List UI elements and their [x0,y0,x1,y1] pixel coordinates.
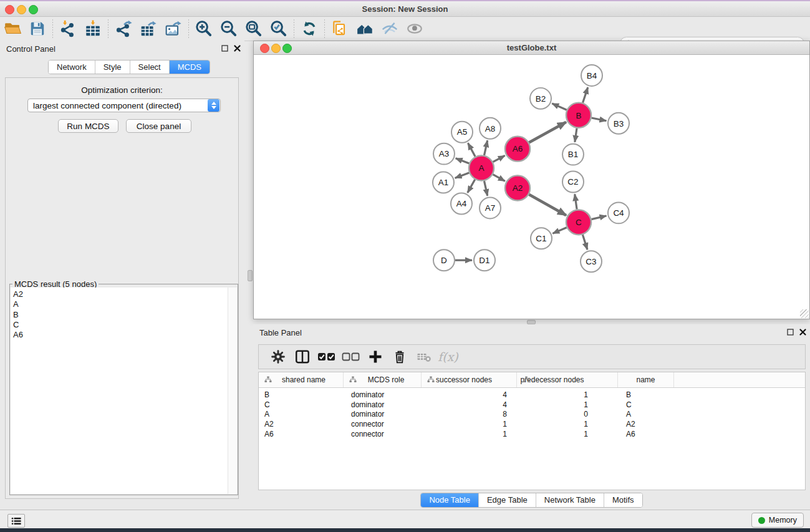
graph-edge[interactable] [493,155,505,162]
save-session-icon[interactable] [25,19,50,39]
graph-edge[interactable] [484,181,487,196]
hide-selected-icon[interactable] [377,19,402,39]
tab-edge-table[interactable]: Edge Table [479,493,536,507]
panel-menu-button[interactable] [7,514,25,528]
table-cell: dominator [344,390,422,399]
graph-edge[interactable] [552,228,566,234]
refresh-layout-icon[interactable] [297,19,322,39]
tab-network-table[interactable]: Network Table [536,493,604,507]
graph-edge[interactable] [468,180,475,193]
graph-edge[interactable] [591,216,606,220]
graph-edge[interactable] [575,194,577,209]
first-neighbors-icon[interactable] [352,19,377,39]
table-cell: C [618,400,674,409]
graph-edge[interactable] [552,104,567,110]
export-table-icon[interactable] [136,19,161,39]
tab-mcds[interactable]: MCDS [170,60,210,74]
delete-table-icon[interactable] [412,346,435,367]
mcds-result-item[interactable]: B [11,310,228,320]
export-image-icon[interactable] [161,19,186,39]
table-row[interactable]: A6connector11A6 [259,429,805,439]
float-panel-icon[interactable] [221,45,228,52]
graph-node-label: A2 [513,183,523,193]
mcds-tab-content: Optimization criterion: largest connecte… [5,77,239,499]
main-titlebar: Session: New Session [0,1,810,17]
close-panel-icon[interactable] [234,45,241,52]
function-builder-icon[interactable]: f(x) [436,346,460,367]
export-network-icon[interactable] [111,19,136,39]
vertical-split-handle[interactable] [248,270,253,281]
new-network-from-selection-icon[interactable] [327,19,352,39]
graph-edge[interactable] [575,128,577,142]
zoom-in-icon[interactable] [191,19,216,39]
mcds-result-item[interactable]: A2 [11,289,228,299]
network-view-window: testGlobe.txt AA6A2BCA1A3A4A5A7A8B1B2B3B… [253,41,810,319]
main-toolbar [0,17,810,41]
close-panel-icon[interactable] [799,329,806,336]
table-row[interactable]: A2connector11A2 [259,419,805,429]
graph-edge[interactable] [529,122,566,143]
table-row[interactable]: Adominator80A [259,410,805,420]
dropdown-value: largest connected component (directed) [28,101,208,110]
tab-network[interactable]: Network [49,60,95,74]
table-cell: 1 [517,420,618,428]
select-all-icon[interactable] [315,346,338,367]
new-column-icon[interactable] [364,346,387,367]
graph-edge[interactable] [582,235,587,249]
graph-node-label: A3 [439,149,450,158]
network-canvas[interactable]: AA6A2BCA1A3A4A5A7A8B1B2B3B4C1C2C3C4DD1 [254,55,809,319]
mcds-result-fieldset: MCDS result (5 nodes) A2ABCA6 [9,284,238,495]
table-options-icon[interactable] [266,346,289,367]
column-header-predecessor-nodes[interactable]: predecessor nodes [517,372,618,387]
table-row[interactable]: Bdominator41B [259,390,805,400]
graph-edge[interactable] [484,140,487,155]
graph-node-label: B2 [536,94,546,104]
table-cell: 0 [517,410,618,418]
graph-node-label: A7 [485,203,496,213]
graph-edge[interactable] [468,143,475,157]
tab-select[interactable]: Select [130,60,170,74]
table-cell: connector [344,430,422,438]
open-session-icon[interactable] [0,19,25,39]
toolbar-separator [188,19,189,38]
float-panel-icon[interactable] [787,329,794,336]
import-network-icon[interactable] [55,19,80,39]
show-hide-columns-icon[interactable] [291,346,314,367]
tab-style[interactable]: Style [95,60,130,74]
graph-edge[interactable] [592,118,607,121]
graph-edge[interactable] [456,158,470,163]
horizontal-split-handle[interactable] [527,320,536,324]
table-row[interactable]: Cdominator41C [259,400,805,410]
mcds-result-item[interactable]: A [11,299,228,309]
hierarchy-icon [523,376,530,383]
mcds-result-item[interactable]: C [11,320,228,330]
column-header-name[interactable]: name [618,372,674,387]
graph-node-label: D1 [479,256,489,265]
optimization-criterion-dropdown[interactable]: largest connected component (directed) [27,99,221,112]
import-table-icon[interactable] [80,19,105,39]
delete-columns-icon[interactable] [388,346,411,367]
deselect-all-icon[interactable] [339,346,362,367]
column-header-successor-nodes[interactable]: successor nodes [422,372,517,387]
show-all-icon[interactable] [402,19,427,39]
zoom-out-icon[interactable] [216,19,241,39]
graph-edge[interactable] [455,173,470,178]
zoom-selected-icon[interactable] [266,19,291,39]
window-resize-grip[interactable] [800,309,809,318]
application-window: Session: New Session [0,0,810,532]
graph-edge[interactable] [493,175,504,181]
graph-edge[interactable] [529,195,566,215]
mcds-list-scrollbar[interactable] [228,288,237,494]
memory-button[interactable]: Memory [751,513,804,528]
tab-node-table[interactable]: Node Table [421,493,479,507]
table-cell: 4 [422,400,517,409]
zoom-fit-icon[interactable] [241,19,266,39]
run-mcds-button[interactable]: Run MCDS [58,119,118,133]
tab-motifs[interactable]: Motifs [604,493,642,507]
close-panel-button[interactable]: Close panel [126,119,191,133]
table-cell: 4 [422,390,517,399]
column-header-shared-name[interactable]: shared name [259,372,344,387]
mcds-result-item[interactable]: A6 [11,330,228,340]
column-header-mcds-role[interactable]: MCDS role [344,372,422,387]
graph-edge[interactable] [583,87,588,103]
